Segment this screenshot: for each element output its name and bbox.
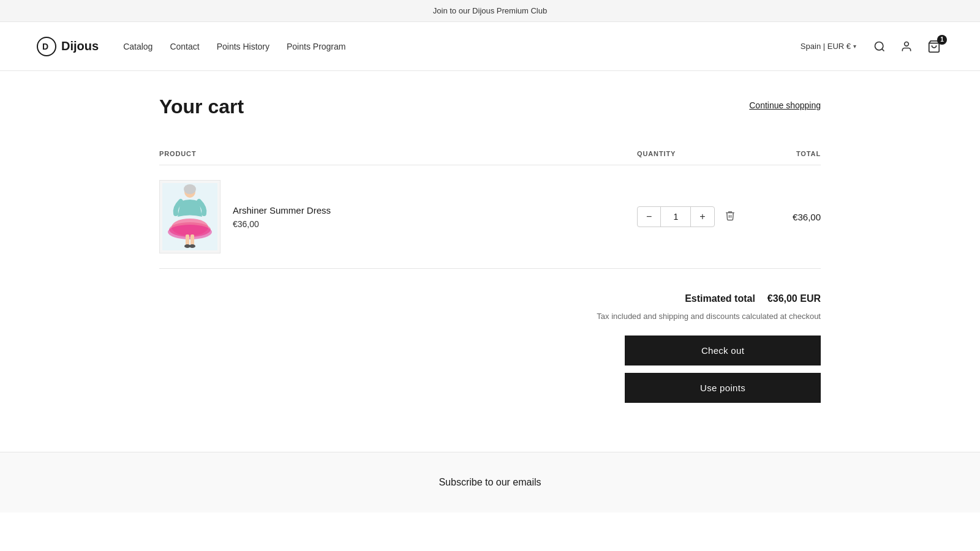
plus-icon: + — [699, 211, 705, 222]
product-cell: Arshiner Summer Dress €36,00 — [159, 180, 637, 253]
header-left: D Dijous Catalog Contact Points History … — [37, 37, 345, 56]
main-nav: Catalog Contact Points History Points Pr… — [123, 42, 345, 51]
svg-point-11 — [168, 225, 212, 239]
estimated-total-label: Estimated total — [685, 293, 755, 304]
use-points-button[interactable]: Use points — [625, 373, 821, 403]
announcement-bar: Join to our Dijous Premium Club — [0, 0, 980, 22]
continue-shopping-link[interactable]: Continue shopping — [749, 100, 821, 110]
svg-point-2 — [875, 42, 883, 50]
announcement-text: Join to our Dijous Premium Club — [433, 6, 547, 15]
quantity-increase-button[interactable]: + — [691, 207, 714, 227]
remove-item-button[interactable] — [722, 208, 738, 227]
search-icon — [873, 40, 886, 53]
checkout-button[interactable]: Check out — [625, 335, 821, 365]
cart-table-header: PRODUCT QUANTITY TOTAL — [159, 143, 821, 165]
estimated-total-value: €36,00 EUR — [767, 293, 821, 304]
svg-line-3 — [882, 48, 884, 51]
footer: Subscribe to our emails — [0, 452, 980, 512]
svg-point-8 — [184, 184, 196, 194]
item-total: €36,00 — [760, 212, 821, 222]
svg-rect-12 — [186, 234, 189, 246]
svg-text:D: D — [42, 42, 48, 51]
nav-points-program[interactable]: Points Program — [287, 42, 345, 51]
trash-icon — [725, 210, 736, 221]
product-name: Arshiner Summer Dress — [233, 205, 331, 216]
order-summary: Estimated total €36,00 EUR Tax included … — [159, 293, 821, 403]
svg-point-4 — [905, 42, 909, 46]
cart-header: Your cart Continue shopping — [159, 96, 821, 118]
cart-item: Arshiner Summer Dress €36,00 − 1 + €36,0… — [159, 165, 821, 269]
nav-points-history[interactable]: Points History — [217, 42, 270, 51]
product-image-svg — [162, 183, 217, 250]
header: D Dijous Catalog Contact Points History … — [0, 22, 980, 71]
product-info: Arshiner Summer Dress €36,00 — [233, 205, 331, 229]
user-icon — [900, 40, 913, 53]
minus-icon: − — [646, 211, 652, 222]
nav-catalog[interactable]: Catalog — [123, 42, 153, 51]
quantity-value: 1 — [660, 207, 691, 227]
logo[interactable]: D Dijous — [37, 37, 99, 56]
svg-rect-13 — [190, 234, 194, 246]
product-image — [159, 180, 221, 253]
quantity-decrease-button[interactable]: − — [638, 207, 660, 227]
tax-note: Tax included and shipping and discounts … — [597, 312, 821, 321]
logo-text: Dijous — [61, 39, 99, 53]
quantity-cell: − 1 + — [637, 206, 760, 227]
col-quantity-header: QUANTITY — [637, 150, 760, 157]
account-button[interactable] — [898, 38, 915, 55]
locale-text: Spain | EUR € — [801, 42, 851, 51]
nav-contact[interactable]: Contact — [170, 42, 199, 51]
chevron-down-icon: ▾ — [853, 43, 856, 50]
col-total-header: TOTAL — [760, 150, 821, 157]
subscribe-title: Subscribe to our emails — [37, 477, 943, 488]
svg-point-15 — [189, 244, 195, 248]
col-product-header: PRODUCT — [159, 150, 637, 157]
main-content: Your cart Continue shopping PRODUCT QUAN… — [123, 71, 858, 452]
cart-badge: 1 — [937, 35, 947, 45]
cart-button[interactable]: 1 — [925, 37, 943, 56]
search-button[interactable] — [871, 38, 888, 55]
product-price: €36,00 — [233, 219, 331, 229]
cart-title: Your cart — [159, 96, 244, 118]
header-right: Spain | EUR € ▾ 1 — [796, 37, 943, 56]
qty-controls: − 1 + — [637, 206, 715, 227]
estimated-total-row: Estimated total €36,00 EUR — [685, 293, 821, 304]
locale-selector[interactable]: Spain | EUR € ▾ — [796, 39, 861, 53]
logo-icon: D — [37, 37, 56, 56]
